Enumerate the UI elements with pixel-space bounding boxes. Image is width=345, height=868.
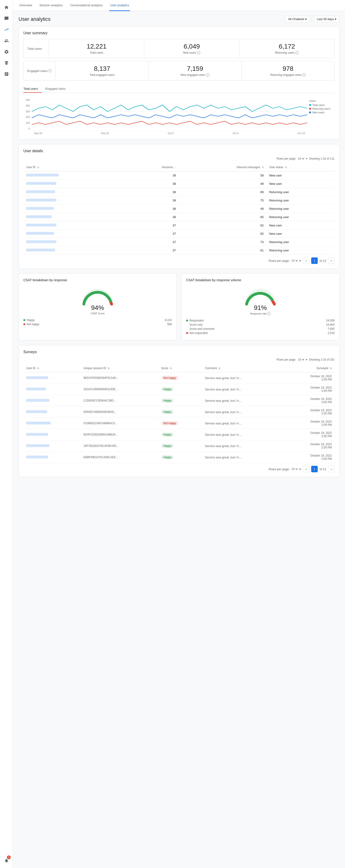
surveys-rows-select-bottom[interactable]: 102550 [291, 467, 298, 471]
surveys-rows-select[interactable]: 102550 [297, 358, 305, 362]
surveys-table: User ID ⇅ Unique session ID ⇅ Score ⇅ [23, 364, 335, 463]
not-responded-legend-item: Not responded 2,533 [186, 332, 335, 335]
engaged-users-info-icon[interactable]: i [48, 69, 52, 72]
table-row: 38 69 Returning user [23, 188, 335, 196]
next-page-btn[interactable]: › [328, 257, 335, 264]
tab-conversational[interactable]: Conversational analytics [69, 0, 104, 11]
tab-overview[interactable]: Overview [19, 0, 33, 11]
rate-info-icon[interactable]: i [267, 312, 271, 315]
surveys-prev-btn[interactable]: ‹ [303, 466, 309, 472]
returning-engaged-info-icon[interactable]: i [303, 73, 306, 76]
new-users-info-icon[interactable]: i [197, 51, 200, 54]
responded-legend-item: Responded 24,559 [186, 319, 335, 322]
current-page-btn[interactable]: 1 [311, 257, 318, 264]
new-engaged-info-icon[interactable]: i [206, 73, 209, 76]
total-users-section: Total users 12,221 Total users 6,049 New… [23, 39, 335, 58]
not-happy-dot [23, 323, 25, 325]
not-responded-value: 2,533 [328, 332, 335, 335]
score-badge: Happy [161, 399, 174, 403]
surveys-showing-text: Showing 1-10 of 201 [309, 358, 335, 361]
new-users-dot [309, 112, 311, 113]
sort-icon-score: ⇅ [170, 367, 172, 370]
returning-engaged-sub: Returning engaged users i [246, 73, 330, 76]
csat-gauge-container: 94% CSAT Score [23, 286, 172, 315]
header-divider [312, 17, 312, 22]
tab-user[interactable]: User analytics [109, 0, 130, 11]
chevron-down-icon: ▾ [299, 467, 301, 471]
new-users-value: 6,049 [149, 43, 235, 50]
col-session-id[interactable]: Unique session ID ⇅ [81, 364, 158, 372]
main-content: Overview Session analytics Conversationa… [13, 0, 345, 486]
score-badge: Happy [161, 455, 174, 459]
surveys-card: Surveys Rows per page: 102550 ▾ Showing … [19, 345, 340, 477]
table-controls-top: Rows per page: 10 25 50 ▾ Showing 1-10 o… [23, 157, 335, 160]
sidebar-integrations[interactable] [2, 58, 11, 67]
table-row: 39 58 New user [23, 172, 335, 180]
surveys-next-btn[interactable]: › [328, 466, 335, 472]
chevron-down-icon: ▾ [305, 17, 307, 21]
table-row: 38 75 Returning user [23, 196, 335, 205]
returning-users-value: 6,172 [244, 43, 330, 50]
col-inbound[interactable]: Inbound messages ⇅ [179, 163, 266, 172]
total-users-value: 12,221 [54, 43, 139, 50]
returning-users-info-icon[interactable]: i [295, 51, 299, 54]
csat-volume-gauge-svg [242, 286, 279, 306]
col-survey-user-id[interactable]: User ID ⇅ [23, 364, 81, 372]
csat-volume-gauge: 91% Response rate i [186, 286, 335, 315]
surveys-current-page[interactable]: 1 [311, 466, 318, 472]
tab-session[interactable]: Session analytics [38, 0, 63, 11]
chart-legend-title: Users [309, 99, 335, 102]
rows-per-page-select[interactable]: 10 25 50 [297, 157, 305, 160]
tab-total-users[interactable]: Total users [23, 85, 42, 93]
user-details-card: User details Rows per page: 10 25 50 ▾ S… [19, 144, 340, 269]
chevron-down-icon-bottom: ▾ [299, 259, 301, 262]
chatbot-filter[interactable]: All Chatbots ▾ [285, 16, 310, 23]
engaged-users-section: Engaged users i 8,137 Total engaged user… [23, 61, 335, 81]
surveys-rows-per-page-bottom: Rows per page: 102550 ▾ [268, 467, 301, 471]
score-badge: Happy [161, 410, 174, 414]
sidebar-users[interactable] [2, 36, 11, 45]
sidebar-settings[interactable] [2, 47, 11, 56]
total-users-dot [309, 104, 311, 106]
csat-response-card: CSAT breakdown by response 94% CSAT Scor… [19, 273, 177, 340]
total-users-sub: Total users [54, 51, 139, 54]
col-sessions[interactable]: Sessions ↓ [126, 163, 179, 172]
chart-tabs: Total users Engaged users [23, 85, 335, 93]
table-row: 37 73 Returning user [23, 238, 335, 246]
engaged-users-metrics: 8,137 Total engaged users 7,159 New enga… [56, 61, 334, 80]
returning-users-sub: Returning users i [244, 51, 330, 54]
col-user-id[interactable]: User ID ⇅ [23, 163, 126, 172]
score-badge: Happy [161, 444, 174, 448]
sidebar-analytics[interactable] [2, 25, 11, 34]
score-badge: Not happy [161, 376, 178, 380]
surveys-pagination: Rows per page: 102550 ▾ ‹ 1 of 21 › [23, 466, 335, 472]
total-engaged-sub: Total engaged users [60, 73, 144, 76]
user-details-pagination: Rows per page: 102550 ▾ ‹ 1 of 12 › [23, 257, 335, 264]
new-users-metric: 6,049 New users i [144, 39, 239, 58]
returning-engaged-value: 978 [246, 65, 330, 72]
surveys-rows-per-page: Rows per page: 102550 ▾ [277, 358, 307, 362]
sidebar-chat[interactable] [2, 14, 11, 23]
score-badge: Not happy [161, 421, 178, 425]
responded-dot [186, 320, 188, 321]
col-surveyed[interactable]: Surveyed ⇅ [283, 364, 335, 372]
sidebar-home[interactable] [2, 3, 11, 12]
sort-icon-survey-user: ⇅ [37, 367, 39, 370]
col-status[interactable]: User status ⇅ [266, 163, 335, 172]
col-comment[interactable]: Comment ⇅ [202, 364, 283, 372]
col-score[interactable]: Score ⇅ [159, 364, 202, 372]
sort-icon-inbound: ⇅ [262, 166, 264, 168]
sidebar: 9 [0, 0, 13, 486]
returning-users-metric: 6,172 Returning users i [239, 39, 334, 58]
not-happy-legend-item: Not happy 566 [23, 323, 172, 326]
sidebar-reports[interactable] [2, 69, 11, 79]
table-row: 38 49 New user [23, 180, 335, 188]
tab-engaged-users[interactable]: Engaged users [46, 85, 69, 93]
table-row: 38 49 Returning user [23, 205, 335, 213]
score-comment-value: 7,655 [328, 327, 335, 331]
table-row: 37 61 Returning user [23, 246, 335, 255]
date-filter[interactable]: Last 30 days ▾ [314, 16, 340, 23]
rows-per-page-select-bottom[interactable]: 102550 [291, 259, 298, 262]
prev-page-btn[interactable]: ‹ [303, 257, 309, 264]
total-engaged-metric: 8,137 Total engaged users [56, 61, 149, 80]
